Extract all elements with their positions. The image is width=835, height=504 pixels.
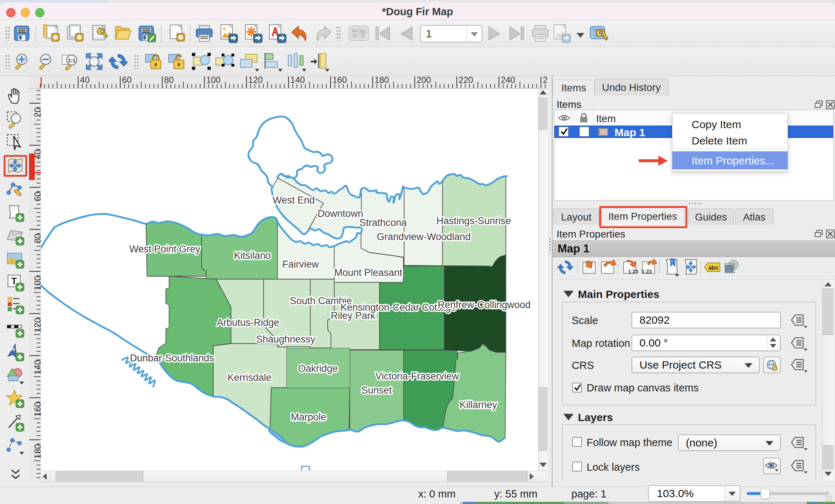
svg-text:Sunset: Sunset xyxy=(361,385,392,396)
svg-text:220: 220 xyxy=(459,76,473,85)
svg-text:1:1: 1:1 xyxy=(68,57,76,63)
svg-text:West Point Grey: West Point Grey xyxy=(129,244,201,255)
svg-text:Renfrew-Collingwood: Renfrew-Collingwood xyxy=(438,299,531,310)
svg-text:N: N xyxy=(11,346,15,352)
svg-text:Mount Pleasant: Mount Pleasant xyxy=(334,267,402,278)
svg-text:200: 200 xyxy=(416,76,431,85)
svg-text:Downtown: Downtown xyxy=(318,208,363,219)
svg-text:160: 160 xyxy=(332,76,347,85)
svg-text:Oakridge: Oakridge xyxy=(298,363,338,374)
svg-text:100: 100 xyxy=(206,76,221,85)
svg-text:Dunbar-Southlands: Dunbar-Southlands xyxy=(130,353,214,364)
svg-text:abc: abc xyxy=(708,265,718,271)
svg-text:Hastings-Sunrise: Hastings-Sunrise xyxy=(436,215,511,226)
svg-text:Kitsilano: Kitsilano xyxy=(234,250,271,261)
svg-text:260: 260 xyxy=(543,76,547,85)
svg-text:1:23: 1:23 xyxy=(628,269,638,274)
svg-text:Kerrisdale: Kerrisdale xyxy=(227,372,272,383)
svg-text:Victoria-Fraserview: Victoria-Fraserview xyxy=(375,371,459,382)
svg-text:240: 240 xyxy=(501,76,515,85)
svg-text:120: 120 xyxy=(248,76,263,85)
svg-text:Shaughnessy: Shaughnessy xyxy=(256,334,315,345)
svg-text:40: 40 xyxy=(80,76,90,85)
svg-text:Grandview-Woodland: Grandview-Woodland xyxy=(377,231,470,242)
svg-text:Strathcona: Strathcona xyxy=(360,217,407,228)
svg-text:140: 140 xyxy=(290,76,305,85)
svg-text:1:23: 1:23 xyxy=(642,269,652,274)
svg-text:80: 80 xyxy=(164,76,174,85)
svg-text:Arbutus-Ridge: Arbutus-Ridge xyxy=(217,317,280,328)
svg-text:Killarney: Killarney xyxy=(460,399,497,410)
svg-text:180: 180 xyxy=(374,76,389,85)
svg-text:60: 60 xyxy=(122,76,132,85)
svg-text:Fairview: Fairview xyxy=(282,259,319,270)
svg-text:West End: West End xyxy=(273,195,315,206)
svg-text:Marpole: Marpole xyxy=(291,412,326,423)
